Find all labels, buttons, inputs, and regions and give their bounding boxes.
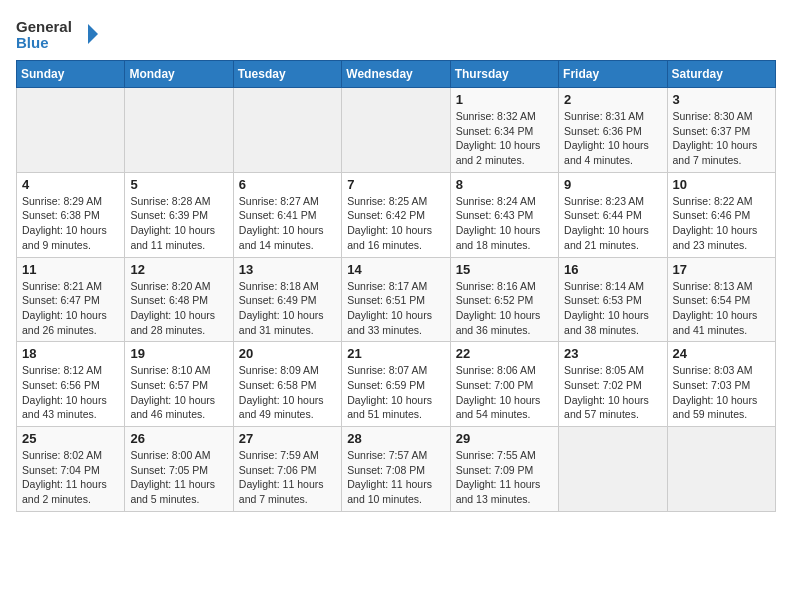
calendar-cell: 3Sunrise: 8:30 AM Sunset: 6:37 PM Daylig… xyxy=(667,88,775,173)
day-info: Sunrise: 8:13 AM Sunset: 6:54 PM Dayligh… xyxy=(673,279,770,338)
day-info: Sunrise: 8:07 AM Sunset: 6:59 PM Dayligh… xyxy=(347,363,444,422)
calendar-cell: 14Sunrise: 8:17 AM Sunset: 6:51 PM Dayli… xyxy=(342,257,450,342)
day-number: 27 xyxy=(239,431,336,446)
day-info: Sunrise: 8:02 AM Sunset: 7:04 PM Dayligh… xyxy=(22,448,119,507)
day-info: Sunrise: 8:16 AM Sunset: 6:52 PM Dayligh… xyxy=(456,279,553,338)
weekday-header-thursday: Thursday xyxy=(450,61,558,88)
day-info: Sunrise: 8:18 AM Sunset: 6:49 PM Dayligh… xyxy=(239,279,336,338)
day-info: Sunrise: 8:05 AM Sunset: 7:02 PM Dayligh… xyxy=(564,363,661,422)
calendar-week-row: 4Sunrise: 8:29 AM Sunset: 6:38 PM Daylig… xyxy=(17,172,776,257)
weekday-header-wednesday: Wednesday xyxy=(342,61,450,88)
calendar-week-row: 1Sunrise: 8:32 AM Sunset: 6:34 PM Daylig… xyxy=(17,88,776,173)
weekday-header-saturday: Saturday xyxy=(667,61,775,88)
day-number: 21 xyxy=(347,346,444,361)
day-number: 19 xyxy=(130,346,227,361)
day-number: 3 xyxy=(673,92,770,107)
day-number: 25 xyxy=(22,431,119,446)
day-info: Sunrise: 8:03 AM Sunset: 7:03 PM Dayligh… xyxy=(673,363,770,422)
day-info: Sunrise: 8:27 AM Sunset: 6:41 PM Dayligh… xyxy=(239,194,336,253)
day-info: Sunrise: 8:12 AM Sunset: 6:56 PM Dayligh… xyxy=(22,363,119,422)
day-number: 16 xyxy=(564,262,661,277)
day-number: 13 xyxy=(239,262,336,277)
calendar-cell xyxy=(233,88,341,173)
day-info: Sunrise: 7:57 AM Sunset: 7:08 PM Dayligh… xyxy=(347,448,444,507)
calendar-cell: 5Sunrise: 8:28 AM Sunset: 6:39 PM Daylig… xyxy=(125,172,233,257)
day-number: 15 xyxy=(456,262,553,277)
page-header: GeneralBlue xyxy=(16,16,776,52)
day-number: 29 xyxy=(456,431,553,446)
day-info: Sunrise: 8:32 AM Sunset: 6:34 PM Dayligh… xyxy=(456,109,553,168)
day-info: Sunrise: 8:24 AM Sunset: 6:43 PM Dayligh… xyxy=(456,194,553,253)
calendar-cell xyxy=(667,427,775,512)
calendar-cell: 28Sunrise: 7:57 AM Sunset: 7:08 PM Dayli… xyxy=(342,427,450,512)
day-info: Sunrise: 8:10 AM Sunset: 6:57 PM Dayligh… xyxy=(130,363,227,422)
day-number: 12 xyxy=(130,262,227,277)
day-info: Sunrise: 8:21 AM Sunset: 6:47 PM Dayligh… xyxy=(22,279,119,338)
logo-svg: GeneralBlue xyxy=(16,16,106,52)
calendar-cell: 10Sunrise: 8:22 AM Sunset: 6:46 PM Dayli… xyxy=(667,172,775,257)
day-number: 17 xyxy=(673,262,770,277)
calendar-cell: 20Sunrise: 8:09 AM Sunset: 6:58 PM Dayli… xyxy=(233,342,341,427)
weekday-header-row: SundayMondayTuesdayWednesdayThursdayFrid… xyxy=(17,61,776,88)
calendar-cell: 8Sunrise: 8:24 AM Sunset: 6:43 PM Daylig… xyxy=(450,172,558,257)
calendar-week-row: 25Sunrise: 8:02 AM Sunset: 7:04 PM Dayli… xyxy=(17,427,776,512)
calendar-week-row: 11Sunrise: 8:21 AM Sunset: 6:47 PM Dayli… xyxy=(17,257,776,342)
day-number: 6 xyxy=(239,177,336,192)
day-number: 11 xyxy=(22,262,119,277)
calendar-cell: 9Sunrise: 8:23 AM Sunset: 6:44 PM Daylig… xyxy=(559,172,667,257)
day-number: 22 xyxy=(456,346,553,361)
day-info: Sunrise: 8:23 AM Sunset: 6:44 PM Dayligh… xyxy=(564,194,661,253)
day-number: 9 xyxy=(564,177,661,192)
weekday-header-tuesday: Tuesday xyxy=(233,61,341,88)
day-number: 7 xyxy=(347,177,444,192)
day-info: Sunrise: 8:14 AM Sunset: 6:53 PM Dayligh… xyxy=(564,279,661,338)
svg-text:General: General xyxy=(16,18,72,35)
calendar-header: SundayMondayTuesdayWednesdayThursdayFrid… xyxy=(17,61,776,88)
calendar-cell: 19Sunrise: 8:10 AM Sunset: 6:57 PM Dayli… xyxy=(125,342,233,427)
day-info: Sunrise: 8:09 AM Sunset: 6:58 PM Dayligh… xyxy=(239,363,336,422)
day-info: Sunrise: 8:06 AM Sunset: 7:00 PM Dayligh… xyxy=(456,363,553,422)
day-info: Sunrise: 8:22 AM Sunset: 6:46 PM Dayligh… xyxy=(673,194,770,253)
calendar-cell: 29Sunrise: 7:55 AM Sunset: 7:09 PM Dayli… xyxy=(450,427,558,512)
calendar-cell xyxy=(125,88,233,173)
day-info: Sunrise: 8:20 AM Sunset: 6:48 PM Dayligh… xyxy=(130,279,227,338)
calendar-cell: 16Sunrise: 8:14 AM Sunset: 6:53 PM Dayli… xyxy=(559,257,667,342)
calendar-cell: 24Sunrise: 8:03 AM Sunset: 7:03 PM Dayli… xyxy=(667,342,775,427)
svg-text:Blue: Blue xyxy=(16,34,49,51)
day-number: 10 xyxy=(673,177,770,192)
calendar-cell: 12Sunrise: 8:20 AM Sunset: 6:48 PM Dayli… xyxy=(125,257,233,342)
calendar-week-row: 18Sunrise: 8:12 AM Sunset: 6:56 PM Dayli… xyxy=(17,342,776,427)
calendar-cell xyxy=(559,427,667,512)
day-number: 24 xyxy=(673,346,770,361)
calendar-table: SundayMondayTuesdayWednesdayThursdayFrid… xyxy=(16,60,776,512)
day-number: 20 xyxy=(239,346,336,361)
calendar-body: 1Sunrise: 8:32 AM Sunset: 6:34 PM Daylig… xyxy=(17,88,776,512)
svg-marker-2 xyxy=(88,24,98,44)
day-info: Sunrise: 7:59 AM Sunset: 7:06 PM Dayligh… xyxy=(239,448,336,507)
day-number: 4 xyxy=(22,177,119,192)
day-number: 14 xyxy=(347,262,444,277)
calendar-cell xyxy=(342,88,450,173)
day-number: 2 xyxy=(564,92,661,107)
calendar-cell: 23Sunrise: 8:05 AM Sunset: 7:02 PM Dayli… xyxy=(559,342,667,427)
calendar-cell xyxy=(17,88,125,173)
day-number: 23 xyxy=(564,346,661,361)
day-number: 5 xyxy=(130,177,227,192)
weekday-header-monday: Monday xyxy=(125,61,233,88)
calendar-cell: 18Sunrise: 8:12 AM Sunset: 6:56 PM Dayli… xyxy=(17,342,125,427)
day-info: Sunrise: 7:55 AM Sunset: 7:09 PM Dayligh… xyxy=(456,448,553,507)
calendar-cell: 13Sunrise: 8:18 AM Sunset: 6:49 PM Dayli… xyxy=(233,257,341,342)
calendar-cell: 17Sunrise: 8:13 AM Sunset: 6:54 PM Dayli… xyxy=(667,257,775,342)
calendar-cell: 1Sunrise: 8:32 AM Sunset: 6:34 PM Daylig… xyxy=(450,88,558,173)
calendar-cell: 4Sunrise: 8:29 AM Sunset: 6:38 PM Daylig… xyxy=(17,172,125,257)
calendar-cell: 6Sunrise: 8:27 AM Sunset: 6:41 PM Daylig… xyxy=(233,172,341,257)
day-info: Sunrise: 8:29 AM Sunset: 6:38 PM Dayligh… xyxy=(22,194,119,253)
day-number: 28 xyxy=(347,431,444,446)
calendar-cell: 25Sunrise: 8:02 AM Sunset: 7:04 PM Dayli… xyxy=(17,427,125,512)
weekday-header-friday: Friday xyxy=(559,61,667,88)
calendar-cell: 21Sunrise: 8:07 AM Sunset: 6:59 PM Dayli… xyxy=(342,342,450,427)
day-info: Sunrise: 8:17 AM Sunset: 6:51 PM Dayligh… xyxy=(347,279,444,338)
day-number: 18 xyxy=(22,346,119,361)
day-info: Sunrise: 8:00 AM Sunset: 7:05 PM Dayligh… xyxy=(130,448,227,507)
calendar-cell: 2Sunrise: 8:31 AM Sunset: 6:36 PM Daylig… xyxy=(559,88,667,173)
